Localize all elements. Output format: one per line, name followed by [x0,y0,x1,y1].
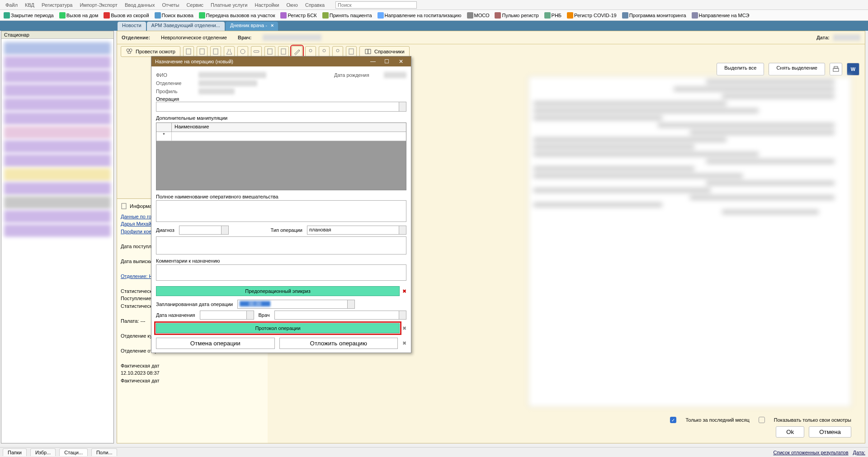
dropdown-icon[interactable] [399,311,406,319]
tb-covid[interactable]: Регистр COVID-19 [565,12,618,19]
maximize-icon[interactable]: ☐ [381,58,393,65]
tb-btn-surgery[interactable] [292,46,302,57]
menu-help[interactable]: Справка [302,1,328,9]
clear-selection-button[interactable]: Снять выделение [769,63,825,75]
list-item[interactable] [4,42,111,55]
preop-epicrisis-button[interactable]: Предоперационный эпикриз [156,286,400,296]
menu-kvd[interactable]: КВД [21,1,38,9]
tb-moso[interactable]: МОСО [465,12,491,19]
planned-date-input[interactable]: 00.00 [237,300,355,309]
list-item[interactable] [4,154,111,167]
tb-hospitalization[interactable]: Направление на госпитализацию [376,12,463,19]
tab-arm-head[interactable]: АРМ Заведующий отделени... [147,22,225,31]
op-type-combo[interactable]: плановая [307,226,406,235]
dialog-titlebar[interactable]: Назначение на операцию (новый) — ☐ ✕ [151,57,411,66]
tb-search-call[interactable]: Поиск вызова [153,12,195,19]
deferred-results-link[interactable]: Список отложенных результатов [773,450,848,455]
menu-input[interactable]: Ввод данных [121,1,159,9]
operation-combo[interactable] [156,102,406,112]
menu-settings[interactable]: Настройки [251,1,283,9]
tb-btn-2[interactable] [197,46,208,57]
list-item[interactable] [4,56,111,69]
conduct-exam-button[interactable]: Провести осмотр [121,46,180,57]
tb-btn-12[interactable] [332,46,343,57]
assign-date-input[interactable] [200,311,254,320]
tb-btn-6[interactable] [251,46,262,57]
menu-service[interactable]: Сервис [183,1,207,9]
tb-btn-11[interactable] [319,46,330,57]
close-icon[interactable]: × [271,23,274,28]
list-item[interactable] [4,70,111,83]
select-all-button[interactable]: Выделить все [717,63,764,75]
list-item[interactable] [4,224,111,237]
references-button[interactable]: Справочники [359,46,410,57]
menu-io[interactable]: Импорт-Экспорт [76,1,121,9]
list-item[interactable] [4,168,111,181]
tb-btn-10[interactable] [305,46,316,57]
sb-tab-clinic[interactable]: Поли... [91,448,118,456]
tb-rnb[interactable]: РНБ [542,12,564,19]
minimize-icon[interactable]: — [367,58,379,65]
tb-transfer-calls[interactable]: Передача вызовов на участок [197,12,277,19]
list-item[interactable] [4,112,111,125]
word-button[interactable]: W [847,63,859,75]
menu-reg[interactable]: Регистратура [38,1,76,9]
menu-paid[interactable]: Платные услуги [207,1,251,9]
list-item[interactable] [4,196,111,209]
ok-button[interactable]: Ok [776,426,804,438]
dropdown-icon[interactable] [221,226,228,234]
operation-protocol-button[interactable]: Протокол операции [156,323,400,333]
sb-tab-folders[interactable]: Папки [3,448,27,456]
delete-icon[interactable]: ✖ [402,340,406,346]
delete-icon[interactable]: ✖ [402,288,406,294]
menu-reports[interactable]: Отчеты [158,1,183,9]
list-item[interactable] [4,210,111,223]
print-button[interactable] [830,63,842,75]
full-op-textarea[interactable] [156,200,406,222]
dropdown-icon[interactable] [399,102,406,111]
tb-btn-1[interactable] [183,46,194,57]
last-month-checkbox[interactable]: ✓ [670,417,676,423]
tb-btn-3[interactable] [210,46,221,57]
delete-icon[interactable]: ✖ [402,325,406,331]
tb-mse[interactable]: Направление на МСЭ [690,12,751,19]
tb-pulmo[interactable]: Пульмо регистр [493,12,540,19]
tb-close-period[interactable]: Закрытие периода [2,12,56,19]
comments-textarea[interactable] [156,264,406,281]
tb-home-call[interactable]: Вызов на дом [57,12,100,19]
diagnosis-combo[interactable] [179,226,229,235]
cancel-button[interactable]: Отмена [809,426,851,438]
tb-btn-13[interactable] [346,46,357,57]
list-item[interactable] [4,140,111,153]
list-item[interactable] [4,182,111,195]
tb-monitoring[interactable]: Программа мониторинга [620,12,688,19]
dropdown-icon[interactable] [399,226,406,234]
list-item[interactable] [4,98,111,111]
tb-btn-5[interactable] [237,46,248,57]
tb-btn-4[interactable] [224,46,235,57]
tb-btn-7[interactable] [264,46,275,57]
tab-news[interactable]: Новости [118,22,146,31]
patient-list[interactable] [1,39,113,240]
tb-ambulance-call[interactable]: Вызов из скорой [102,12,151,19]
sb-tab-hospital[interactable]: Стаци... [59,448,88,456]
postpone-operation-button[interactable]: Отложить операцию [279,338,398,349]
search-input[interactable] [335,1,417,9]
diag-textarea[interactable] [156,236,406,254]
cancel-operation-button[interactable]: Отмена операции [156,338,275,349]
own-only-checkbox[interactable] [759,417,765,423]
tab-doctor-diary[interactable]: Дневник врача -× [226,22,278,31]
list-item[interactable] [4,84,111,97]
sb-tab-fav[interactable]: Избр... [30,448,56,456]
menu-window[interactable]: Окно [283,1,302,9]
menu-file[interactable]: Файл [2,1,21,9]
manipulations-grid[interactable]: Наименование * [156,122,406,190]
calendar-icon[interactable] [347,300,354,308]
close-icon[interactable]: ✕ [395,58,407,65]
tb-btn-8[interactable] [278,46,289,57]
tb-accept-patient[interactable]: Принять пациента [321,12,374,19]
calendar-icon[interactable] [246,311,254,319]
list-item[interactable] [4,126,111,139]
tb-bsk-registry[interactable]: Регистр БСК [278,12,318,19]
doctor-combo[interactable] [274,311,406,320]
